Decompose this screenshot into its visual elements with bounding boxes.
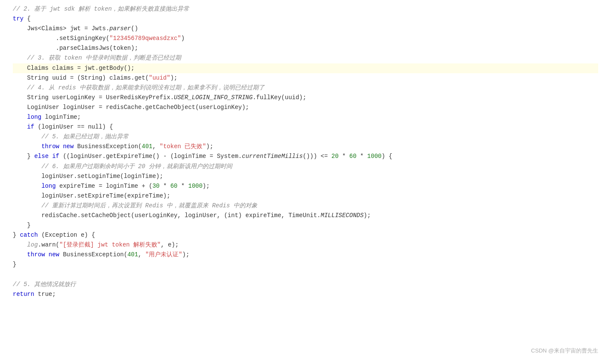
- code-line: throw new BusinessException(401, "token …: [13, 142, 598, 152]
- code-line: }: [13, 260, 598, 269]
- code-line: long expireTime = loginTime + (30 * 60 *…: [13, 181, 598, 191]
- code-line: return true;: [13, 289, 598, 299]
- code-line: Jws<Claims> jwt = Jwts.parser(): [13, 24, 598, 34]
- code-line: } catch (Exception e) {: [13, 230, 598, 240]
- code-line: loginUser.setLoginTime(loginTime);: [13, 172, 598, 181]
- code-line: // 5. 其他情况就放行: [13, 280, 598, 289]
- code-line: loginUser.setExpireTime(expireTime);: [13, 191, 598, 201]
- code-line: try {: [13, 14, 598, 24]
- code-line: String userLoginKey = UserRedisKeyPrefix…: [13, 93, 598, 103]
- code-line: String uuid = (String) claims.get("uuid"…: [13, 73, 598, 83]
- code-line: Claims claims = jwt.getBody();: [13, 63, 598, 73]
- code-line: LoginUser loginUser = redisCache.getCach…: [13, 103, 598, 112]
- code-line: // 2. 基于 jwt sdk 解析 token，如果解析失败直接抛出异常: [13, 4, 598, 14]
- code-line: // 5. 如果已经过期，抛出异常: [13, 132, 598, 142]
- code-block: // 2. 基于 jwt sdk 解析 token，如果解析失败直接抛出异常 t…: [0, 0, 611, 312]
- code-line: } else if ((loginUser.getExpireTime() - …: [13, 152, 598, 161]
- code-line: long loginTime;: [13, 112, 598, 122]
- code-line: if (loginUser == null) {: [13, 122, 598, 132]
- code-line: .setSigningKey("123456789qweasdzxc"): [13, 34, 598, 43]
- code-line: }: [13, 221, 598, 230]
- code-container: // 2. 基于 jwt sdk 解析 token，如果解析失败直接抛出异常 t…: [0, 0, 611, 364]
- code-line: // 3. 获取 token 中登录时间数据，判断是否已经过期: [13, 53, 598, 63]
- code-line: .parseClaimsJws(token);: [13, 43, 598, 53]
- code-line: throw new BusinessException(401, "用户未认证"…: [13, 250, 598, 260]
- watermark: CSDN @来自宇宙的曹先生: [531, 347, 598, 355]
- code-line: // 6. 如果用户过期剩余时间小于 20 分钟，就刷新该用户的过期时间: [13, 162, 598, 172]
- code-line: // 重新计算过期时间后，再次设置到 Redis 中，就覆盖原来 Redis 中…: [13, 201, 598, 211]
- code-line: // 4. 从 redis 中获取数据，如果能拿到说明没有过期，如果拿不到，说明…: [13, 83, 598, 93]
- code-line: log.warn("[登录拦截] jwt token 解析失败", e);: [13, 240, 598, 250]
- code-line: [13, 270, 598, 280]
- code-line: redisCache.setCacheObject(userLoginKey, …: [13, 211, 598, 221]
